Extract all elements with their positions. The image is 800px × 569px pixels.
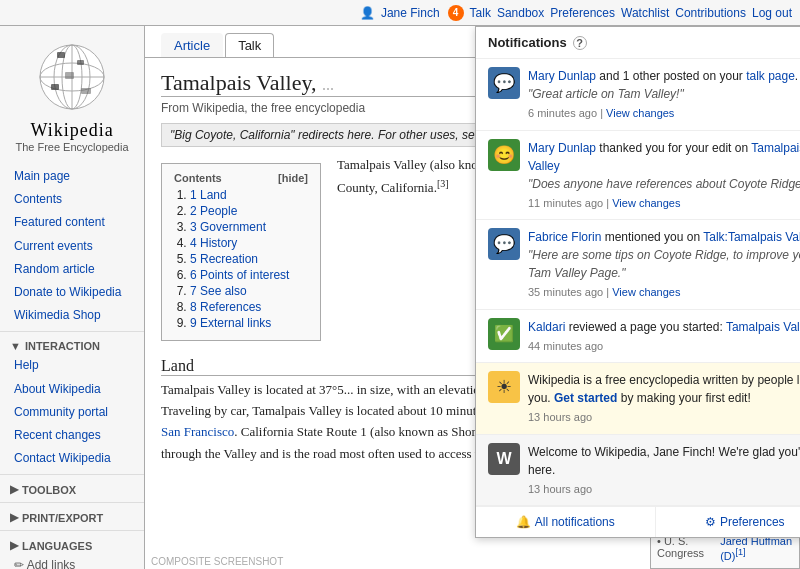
sidebar-nav: Main page Contents Featured content Curr… bbox=[0, 161, 144, 569]
toolbox-section-title[interactable]: ▶ Toolbox bbox=[0, 479, 144, 498]
notification-footer: 🔔 All notifications ⚙ Preferences bbox=[476, 506, 800, 537]
notif-user-link[interactable]: Fabrice Florin bbox=[528, 230, 601, 244]
logout-link[interactable]: Log out bbox=[752, 6, 792, 20]
gear-icon: ⚙ bbox=[705, 515, 716, 529]
sidebar-item-contact[interactable]: Contact Wikipedia bbox=[0, 447, 144, 470]
view-changes-link[interactable]: View changes bbox=[612, 197, 680, 209]
nav-section: Main page Contents Featured content Curr… bbox=[0, 165, 144, 327]
sidebar-item-current[interactable]: Current events bbox=[0, 235, 144, 258]
notif-body-2: Mary Dunlap thanked you for your edit on… bbox=[528, 139, 800, 212]
notif-icon-talk: 💬 bbox=[488, 67, 520, 99]
all-notifications-btn[interactable]: 🔔 All notifications bbox=[476, 507, 656, 537]
sidebar-item-donate[interactable]: Donate to Wikipedia bbox=[0, 281, 144, 304]
languages-section-title[interactable]: ▶ Languages bbox=[0, 535, 144, 554]
govt-row: • U. S. Congress Jared Huffman (D)[1] bbox=[657, 535, 793, 562]
contents-link-6[interactable]: 6 Points of interest bbox=[190, 268, 289, 282]
sidebar-item-community[interactable]: Community portal bbox=[0, 401, 144, 424]
wiki-logo: Wikipedia The Free Encyclopedia bbox=[0, 34, 144, 161]
sidebar-item-featured[interactable]: Featured content bbox=[0, 211, 144, 234]
notification-item: 💬 Fabrice Florin mentioned you on Talk:T… bbox=[476, 220, 800, 310]
contents-item: 1 Land bbox=[190, 188, 308, 202]
topbar: 👤 Jane Finch 4 Talk Sandbox Preferences … bbox=[0, 0, 800, 26]
sidebar-item-random[interactable]: Random article bbox=[0, 258, 144, 281]
preferences-btn[interactable]: ⚙ Preferences bbox=[656, 507, 801, 537]
interaction-section-title[interactable]: ▼ Interaction bbox=[0, 336, 144, 354]
talk-page-link[interactable]: talk page bbox=[746, 69, 795, 83]
tab-talk[interactable]: Talk bbox=[225, 33, 274, 57]
preferences-label: Preferences bbox=[720, 515, 785, 529]
view-changes-link[interactable]: View changes bbox=[606, 107, 674, 119]
user-area: 👤 Jane Finch 4 Talk Sandbox Preferences … bbox=[360, 5, 792, 21]
notification-item: 😊 Mary Dunlap thanked you for your edit … bbox=[476, 131, 800, 221]
contents-item: 5 Recreation bbox=[190, 252, 308, 266]
talk-link[interactable]: Talk:Tamalpais Valley bbox=[703, 230, 800, 244]
sandbox-link[interactable]: Sandbox bbox=[497, 6, 544, 20]
user-icon: 👤 bbox=[360, 6, 375, 20]
contents-hide[interactable]: [hide] bbox=[278, 172, 308, 184]
wiki-subtitle: The Free Encyclopedia bbox=[4, 141, 140, 153]
notif-user-link[interactable]: Kaldari bbox=[528, 320, 565, 334]
contents-item: 9 External links bbox=[190, 316, 308, 330]
contents-link-2[interactable]: 2 People bbox=[190, 204, 237, 218]
content-area: Article Talk 🔍 Tamalpais Valley, ... Fro… bbox=[145, 26, 800, 569]
notif-body-4: Kaldari reviewed a page you started: Tam… bbox=[528, 318, 800, 355]
arrow-icon: ▶ bbox=[10, 483, 18, 496]
contents-link-9[interactable]: 9 External links bbox=[190, 316, 271, 330]
notif-icon-welcome: ☀ bbox=[488, 371, 520, 403]
notification-item: W Welcome to Wikipedia, Jane Finch! We'r… bbox=[476, 435, 800, 507]
sidebar-item-about[interactable]: About Wikipedia bbox=[0, 378, 144, 401]
contents-title: Contents [hide] bbox=[174, 172, 308, 184]
svg-rect-9 bbox=[51, 84, 59, 90]
contents-link-1[interactable]: 1 Land bbox=[190, 188, 227, 202]
print-section-title[interactable]: ▶ Print/export bbox=[0, 507, 144, 526]
contents-link-8[interactable]: 8 References bbox=[190, 300, 261, 314]
svg-rect-6 bbox=[57, 52, 65, 58]
govt-congress-label: • U. S. Congress bbox=[657, 535, 716, 562]
composite-notice: COMPOSITE SCREENSHOT bbox=[145, 554, 289, 569]
notification-panel: Notifications ? 💬 Mary Dunlap and 1 othe… bbox=[475, 26, 800, 538]
contents-link-7[interactable]: 7 See also bbox=[190, 284, 247, 298]
notif-user-link[interactable]: Mary Dunlap bbox=[528, 69, 596, 83]
view-changes-link[interactable]: View changes bbox=[612, 286, 680, 298]
notif-user-link[interactable]: Mary Dunlap bbox=[528, 141, 596, 155]
notification-badge[interactable]: 4 bbox=[448, 5, 464, 21]
svg-rect-8 bbox=[65, 72, 74, 79]
contents-item: 2 People bbox=[190, 204, 308, 218]
notification-item: ✅ Kaldari reviewed a page you started: T… bbox=[476, 310, 800, 364]
contents-item: 7 See also bbox=[190, 284, 308, 298]
govt-congress-link[interactable]: Jared Huffman (D)[1] bbox=[720, 535, 793, 562]
contents-item: 3 Government bbox=[190, 220, 308, 234]
notification-header: Notifications ? bbox=[476, 27, 800, 59]
notif-body-1: Mary Dunlap and 1 other posted on your t… bbox=[528, 67, 800, 122]
notifications-label: Notifications bbox=[488, 35, 567, 50]
sidebar-item-shop[interactable]: Wikimedia Shop bbox=[0, 304, 144, 327]
redirect-text: "Big Coyote, California" redirects here.… bbox=[170, 128, 485, 142]
notif-icon-review: ✅ bbox=[488, 318, 520, 350]
contributions-link[interactable]: Contributions bbox=[675, 6, 746, 20]
sidebar-item-help[interactable]: Help bbox=[0, 354, 144, 377]
get-started-link[interactable]: Get started bbox=[554, 391, 617, 405]
wiki-title: Wikipedia bbox=[4, 120, 140, 141]
bell-icon: 🔔 bbox=[516, 515, 531, 529]
username-link[interactable]: Jane Finch bbox=[381, 6, 440, 20]
sidebar: Wikipedia The Free Encyclopedia Main pag… bbox=[0, 26, 145, 569]
contents-item: 4 History bbox=[190, 236, 308, 250]
tab-article[interactable]: Article bbox=[161, 33, 223, 57]
arrow-icon: ▶ bbox=[10, 539, 18, 552]
contents-link-5[interactable]: 5 Recreation bbox=[190, 252, 258, 266]
contents-link-4[interactable]: 4 History bbox=[190, 236, 237, 250]
watchlist-link[interactable]: Watchlist bbox=[621, 6, 669, 20]
preferences-link[interactable]: Preferences bbox=[550, 6, 615, 20]
contents-list: 1 Land 2 People 3 Government 4 History 5… bbox=[174, 188, 308, 330]
article-link[interactable]: Tamalpais Valley bbox=[726, 320, 800, 334]
sidebar-item-recent[interactable]: Recent changes bbox=[0, 424, 144, 447]
all-notifications-label: All notifications bbox=[535, 515, 615, 529]
sidebar-item-main-page[interactable]: Main page bbox=[0, 165, 144, 188]
contents-link-3[interactable]: 3 Government bbox=[190, 220, 266, 234]
sidebar-item-add-links[interactable]: ✏ Add links bbox=[0, 554, 144, 569]
sidebar-item-contents[interactable]: Contents bbox=[0, 188, 144, 211]
talk-link[interactable]: Talk bbox=[470, 6, 491, 20]
notif-body-6: Welcome to Wikipedia, Jane Finch! We're … bbox=[528, 443, 800, 498]
help-icon[interactable]: ? bbox=[573, 36, 587, 50]
sf-link[interactable]: San Francisco bbox=[161, 424, 234, 439]
